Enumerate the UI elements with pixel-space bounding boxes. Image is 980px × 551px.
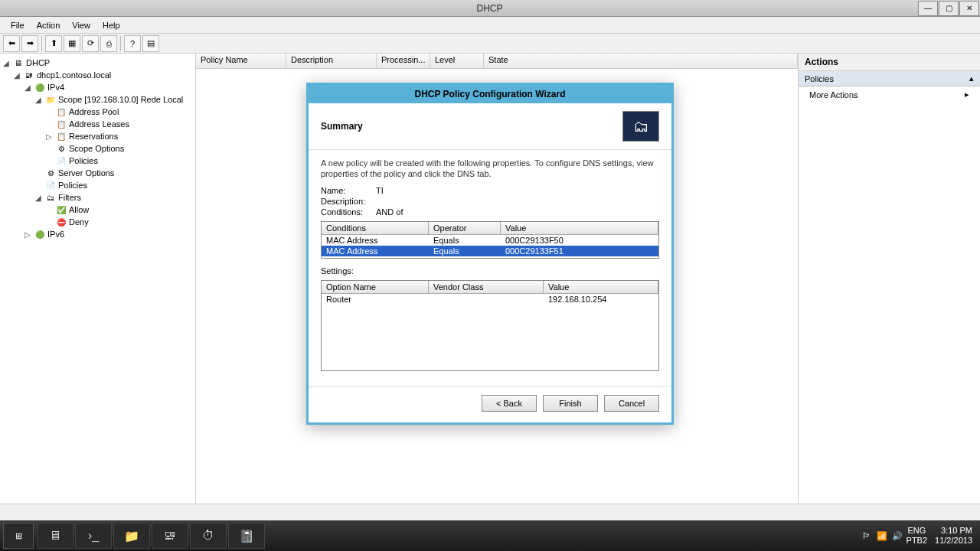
col-policy-name[interactable]: Policy Name — [196, 54, 286, 68]
allow-icon: ✅ — [56, 204, 67, 215]
ipv6-icon: 🟢 — [34, 229, 45, 240]
condition-row-selected[interactable]: MAC Address Equals 000C29133F51 — [322, 246, 658, 256]
taskbar-explorer[interactable]: 📁 — [113, 523, 150, 549]
tree-server[interactable]: ◢🖳dhcp1.contoso.local — [2, 69, 194, 81]
server-icon: 🖳 — [24, 70, 34, 80]
actions-section: Policies▴ — [799, 71, 980, 86]
folder-icon: 📁 — [45, 94, 56, 105]
tray-flag-icon[interactable]: 🏳 — [861, 530, 873, 542]
tray-sound-icon[interactable]: 🔊 — [891, 530, 903, 542]
menu-help[interactable]: Help — [96, 19, 126, 31]
forward-button[interactable]: ➡ — [21, 35, 38, 52]
label-settings: Settings: — [321, 266, 659, 276]
taskbar-app2[interactable]: ⏱ — [190, 523, 227, 549]
properties-button[interactable]: ▤ — [142, 35, 159, 52]
tree-address-pool[interactable]: 📋Address Pool — [2, 106, 194, 118]
dialog-info: A new policy will be created with the fo… — [321, 158, 659, 180]
taskbar-powershell[interactable]: ›_ — [75, 523, 112, 549]
col-option-name[interactable]: Option Name — [322, 281, 429, 293]
policies-icon: 📄 — [45, 180, 56, 191]
more-actions[interactable]: More Actions▸ — [799, 86, 980, 103]
menu-bar: File Action View Help — [0, 17, 980, 34]
col-vendor-class[interactable]: Vendor Class — [429, 281, 544, 293]
tree-scope-policies[interactable]: 📄Policies — [2, 155, 194, 167]
reservation-icon: 📋 — [56, 131, 67, 142]
collapse-icon[interactable]: ▴ — [969, 73, 974, 83]
tree-reservations[interactable]: ▷📋Reservations — [2, 130, 194, 142]
taskbar: ⊞ 🖥 ›_ 📁 🖳 ⏱ 📓 🏳 📶 🔊 ENG PTB2 3:10 PM 11… — [0, 520, 980, 551]
window-title: DHCP — [61, 3, 918, 14]
actions-pane: Actions Policies▴ More Actions▸ — [798, 54, 980, 504]
up-button[interactable]: ⬆ — [45, 35, 62, 52]
window-titlebar: DHCP — ▢ ✕ — [0, 0, 980, 17]
taskbar-app3[interactable]: 📓 — [228, 523, 265, 549]
tree-ipv4[interactable]: ◢🟢IPv4 — [2, 81, 194, 93]
menu-view[interactable]: View — [66, 19, 96, 31]
label-description: Description: — [321, 197, 376, 206]
tree-scope[interactable]: ◢📁Scope [192.168.10.0] Rede Local — [2, 93, 194, 106]
col-conditions[interactable]: Conditions — [322, 222, 429, 234]
col-processing[interactable]: Processin... — [377, 54, 430, 68]
tree-filters[interactable]: ◢🗂Filters — [2, 191, 194, 204]
col-state[interactable]: State — [484, 54, 798, 68]
help-button[interactable]: ? — [124, 35, 141, 52]
settings-row[interactable]: Router 192.168.10.254 — [322, 294, 658, 305]
finish-button[interactable]: Finish — [543, 395, 598, 412]
tray-lang[interactable]: ENG — [906, 526, 928, 536]
col-value[interactable]: Value — [501, 222, 658, 234]
close-button[interactable]: ✕ — [959, 1, 979, 16]
maximize-button[interactable]: ▢ — [939, 1, 959, 16]
dialog-title: DHCP Policy Configuration Wizard — [309, 85, 671, 103]
toolbar-separator — [120, 36, 121, 51]
tree-scope-options[interactable]: ⚙Scope Options — [2, 142, 194, 155]
dialog-subtitle: Summary — [321, 121, 363, 132]
col-level[interactable]: Level — [430, 54, 484, 68]
conditions-grid[interactable]: Conditions Operator Value MAC Address Eq… — [321, 221, 659, 259]
status-bar — [0, 504, 980, 520]
col-operator[interactable]: Operator — [429, 222, 501, 234]
menu-file[interactable]: File — [5, 19, 31, 31]
tree-pane[interactable]: ◢🖥DHCP ◢🖳dhcp1.contoso.local ◢🟢IPv4 ◢📁Sc… — [0, 54, 196, 504]
policies-icon: 📄 — [56, 155, 67, 166]
col-description[interactable]: Description — [286, 54, 377, 68]
start-button[interactable]: ⊞ — [3, 523, 34, 549]
menu-action[interactable]: Action — [31, 19, 67, 31]
label-conditions: Conditions: — [321, 207, 376, 217]
back-button[interactable]: < Back — [482, 395, 537, 412]
toolbar-separator — [41, 36, 42, 51]
condition-row[interactable]: MAC Address Equals 000C29133F50 — [322, 235, 658, 246]
tree-policies[interactable]: 📄Policies — [2, 179, 194, 191]
options-icon: ⚙ — [56, 143, 67, 154]
tray-network-icon[interactable]: 📶 — [876, 530, 888, 542]
show-hide-button[interactable]: ▦ — [64, 35, 80, 52]
export-button[interactable]: ⎙ — [100, 35, 117, 52]
tree-ipv6[interactable]: ▷🟢IPv6 — [2, 228, 194, 240]
toolbar: ⬅ ➡ ⬆ ▦ ⟳ ⎙ ? ▤ — [0, 34, 980, 54]
tray-kbd[interactable]: PTB2 — [906, 536, 928, 546]
actions-header: Actions — [799, 54, 980, 71]
column-headers: Policy Name Description Processin... Lev… — [196, 54, 798, 69]
tray-clock[interactable]: 3:10 PM 11/2/2013 — [930, 526, 977, 546]
minimize-button[interactable]: — — [918, 1, 938, 16]
col-value[interactable]: Value — [544, 281, 658, 293]
chevron-right-icon: ▸ — [965, 90, 969, 99]
taskbar-server-manager[interactable]: 🖥 — [37, 523, 74, 549]
options-icon: ⚙ — [45, 168, 56, 178]
pool-icon: 📋 — [56, 106, 67, 117]
tree-allow[interactable]: ✅Allow — [2, 204, 194, 216]
back-button[interactable]: ⬅ — [3, 35, 20, 52]
tree-root-dhcp[interactable]: ◢🖥DHCP — [2, 57, 194, 69]
server-icon: 🖥 — [13, 57, 24, 68]
settings-grid[interactable]: Option Name Vendor Class Value Router 19… — [321, 280, 659, 371]
refresh-button[interactable]: ⟳ — [82, 35, 99, 52]
policy-wizard-dialog: DHCP Policy Configuration Wizard Summary… — [306, 83, 674, 425]
tree-address-leases[interactable]: 📋Address Leases — [2, 118, 194, 130]
filter-icon: 🗂 — [45, 192, 56, 203]
ipv4-icon: 🟢 — [34, 82, 45, 93]
tree-server-options[interactable]: ⚙Server Options — [2, 167, 194, 179]
label-name: Name: — [321, 186, 376, 195]
cancel-button[interactable]: Cancel — [604, 395, 659, 412]
taskbar-app1[interactable]: 🖳 — [152, 523, 188, 549]
tree-deny[interactable]: ⛔Deny — [2, 216, 194, 228]
wizard-icon: 🗂 — [622, 111, 659, 142]
